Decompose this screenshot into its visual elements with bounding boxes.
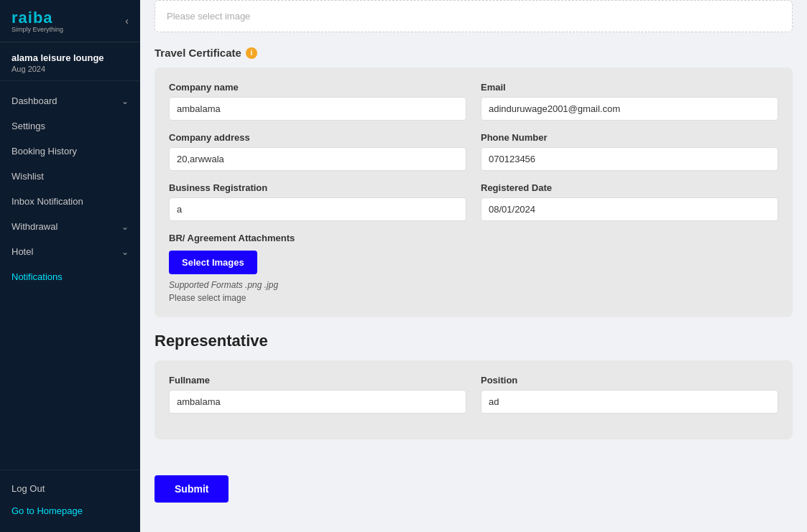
logo-sub: Simply Everything xyxy=(11,26,63,33)
phone-label: Phone Number xyxy=(481,132,778,143)
sidebar-user: alama leisure lounge Aug 2024 xyxy=(0,42,140,81)
info-icon: i xyxy=(246,47,257,59)
top-image-select-area: Please select image xyxy=(155,0,793,32)
fullname-group: Fullname xyxy=(169,375,466,414)
chevron-down-icon: ⌄ xyxy=(121,96,129,106)
sidebar-item-settings[interactable]: Settings xyxy=(0,113,140,139)
business-reg-input[interactable] xyxy=(169,197,466,221)
representative-form-row: Fullname Position xyxy=(169,375,778,414)
sidebar: raiba Simply Everything ‹ alama leisure … xyxy=(0,0,140,532)
main-content: Please select image Travel Certificate i… xyxy=(140,0,807,532)
chevron-down-icon: ⌄ xyxy=(121,247,129,257)
company-address-input[interactable] xyxy=(169,147,466,171)
sidebar-item-label: Settings xyxy=(11,121,45,131)
form-row-1: Company name Email xyxy=(169,82,778,121)
sidebar-nav: Dashboard ⌄ Settings Booking History Wis… xyxy=(0,81,140,470)
registered-date-input[interactable] xyxy=(481,197,778,221)
sidebar-item-notifications[interactable]: Notifications xyxy=(0,264,140,289)
section-title-text: Travel Certificate xyxy=(155,47,241,59)
sidebar-item-label: Withdrawal xyxy=(11,221,57,232)
company-name-label: Company name xyxy=(169,82,466,93)
business-reg-group: Business Registration xyxy=(169,182,466,221)
email-input[interactable] xyxy=(481,97,778,121)
sidebar-logo-area: raiba Simply Everything ‹ xyxy=(0,0,140,42)
sidebar-user-name: alama leisure lounge xyxy=(11,52,129,63)
position-input[interactable] xyxy=(481,390,778,414)
travel-certificate-label: Travel Certificate i xyxy=(155,47,793,59)
fullname-label: Fullname xyxy=(169,375,466,386)
sidebar-item-label: Inbox Notification xyxy=(11,196,83,207)
sidebar-item-label: Booking History xyxy=(11,146,77,157)
email-group: Email xyxy=(481,82,778,121)
company-name-input[interactable] xyxy=(169,97,466,121)
chevron-down-icon: ⌄ xyxy=(121,222,129,232)
form-row-2: Company address Phone Number xyxy=(169,132,778,171)
sidebar-item-dashboard[interactable]: Dashboard ⌄ xyxy=(0,88,140,113)
top-image-placeholder: Please select image xyxy=(167,11,250,22)
br-attachments-label: BR/ Agreement Attachments xyxy=(169,233,778,243)
company-name-group: Company name xyxy=(169,82,466,121)
sidebar-item-inbox-notification[interactable]: Inbox Notification xyxy=(0,189,140,214)
content-area: Please select image Travel Certificate i… xyxy=(140,0,807,468)
company-address-label: Company address xyxy=(169,132,466,143)
email-label: Email xyxy=(481,82,778,93)
business-reg-label: Business Registration xyxy=(169,182,466,193)
sidebar-item-label: Hotel xyxy=(11,246,33,257)
supported-formats-text: Supported Formats .png .jpg xyxy=(169,280,778,290)
representative-title: Representative xyxy=(155,332,793,350)
form-row-3: Business Registration Registered Date xyxy=(169,182,778,221)
br-attachments-section: BR/ Agreement Attachments Select Images … xyxy=(169,233,778,303)
phone-input[interactable] xyxy=(481,147,778,171)
position-group: Position xyxy=(481,375,778,414)
position-label: Position xyxy=(481,375,778,386)
sidebar-item-booking-history[interactable]: Booking History xyxy=(0,139,140,164)
sidebar-item-wishlist[interactable]: Wishlist xyxy=(0,164,140,189)
submit-button[interactable]: Submit xyxy=(155,475,229,503)
travel-certificate-form-card: Company name Email Company address Phone… xyxy=(155,67,793,317)
registered-date-group: Registered Date xyxy=(481,182,778,221)
select-images-button[interactable]: Select Images xyxy=(169,251,257,274)
sidebar-item-label: Notifications xyxy=(11,271,63,282)
sidebar-item-label: Wishlist xyxy=(11,171,44,182)
logo-text: raiba xyxy=(11,9,63,27)
company-address-group: Company address xyxy=(169,132,466,171)
logout-button[interactable]: Log Out xyxy=(11,477,129,500)
logo-block: raiba Simply Everything xyxy=(11,9,63,33)
please-select-image-text: Please select image xyxy=(169,293,778,303)
fullname-input[interactable] xyxy=(169,390,466,414)
representative-form-card: Fullname Position xyxy=(155,360,793,439)
sidebar-item-hotel[interactable]: Hotel ⌄ xyxy=(0,239,140,264)
sidebar-item-label: Dashboard xyxy=(11,95,57,106)
sidebar-bottom: Log Out Go to Homepage xyxy=(0,470,140,532)
sidebar-user-date: Aug 2024 xyxy=(11,65,129,73)
sidebar-item-withdrawal[interactable]: Withdrawal ⌄ xyxy=(0,214,140,239)
registered-date-label: Registered Date xyxy=(481,182,778,193)
sidebar-collapse-button[interactable]: ‹ xyxy=(125,15,129,27)
go-to-homepage-link[interactable]: Go to Homepage xyxy=(11,500,129,522)
phone-group: Phone Number xyxy=(481,132,778,171)
